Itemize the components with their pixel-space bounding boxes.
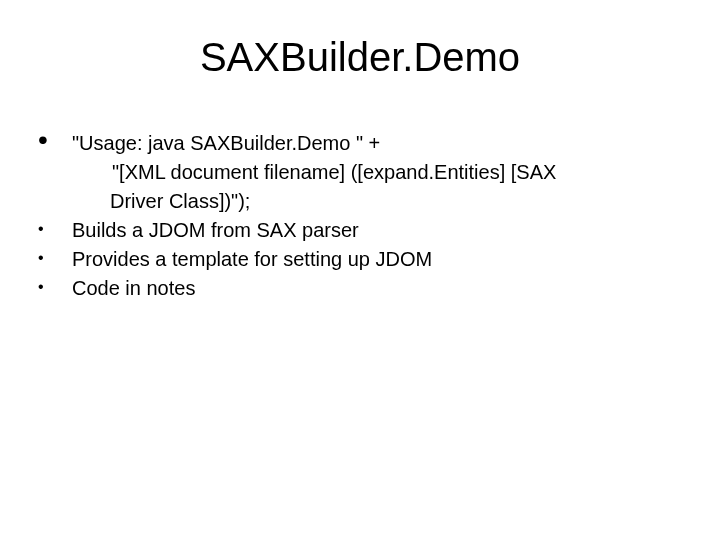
bullet-item: • Code in notes [38, 275, 690, 302]
bullet-text: "Usage: java SAXBuilder.Demo " + [72, 130, 690, 157]
indented-line: "[XML document filename] ([expand.Entiti… [38, 159, 690, 186]
bullet-item: • Provides a template for setting up JDO… [38, 246, 690, 273]
bullet-item: • Builds a JDOM from SAX parser [38, 217, 690, 244]
bullet-item: • "Usage: java SAXBuilder.Demo " + [38, 130, 690, 157]
slide-content: • "Usage: java SAXBuilder.Demo " + "[XML… [0, 130, 720, 302]
bullet-marker: • [38, 246, 72, 270]
bullet-marker: • [38, 275, 72, 299]
bullet-text: Builds a JDOM from SAX parser [72, 217, 690, 244]
slide-title: SAXBuilder.Demo [0, 35, 720, 80]
bullet-text: Provides a template for setting up JDOM [72, 246, 690, 273]
bullet-marker: • [38, 130, 72, 150]
bullet-text: Code in notes [72, 275, 690, 302]
bullet-marker: • [38, 217, 72, 241]
continuation-line: Driver Class])"); [38, 188, 690, 215]
